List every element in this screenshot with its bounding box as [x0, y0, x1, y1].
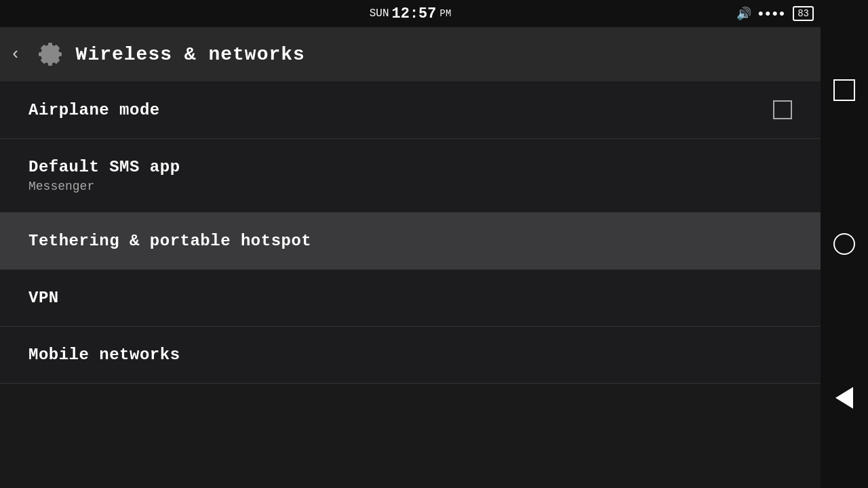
right-nav-bar — [821, 0, 868, 488]
default-sms-subtitle: Messenger — [28, 180, 180, 193]
vpn-left: VPN — [28, 289, 59, 307]
back-nav-button[interactable] — [829, 383, 859, 413]
back-button[interactable]: ‹ — [10, 44, 21, 64]
volume-icon: 🔊 — [736, 6, 751, 21]
tethering-hotspot-title: Tethering & portable hotspot — [28, 232, 311, 250]
default-sms-title: Default SMS app — [28, 158, 180, 176]
header-bar: ‹ Wireless & networks — [0, 27, 821, 81]
status-day: SUN — [370, 7, 389, 20]
gear-svg — [35, 39, 66, 70]
battery-icon: 83 — [793, 6, 814, 21]
recent-apps-button[interactable] — [829, 75, 859, 105]
airplane-mode-left: Airplane mode — [28, 101, 160, 119]
back-icon — [835, 387, 853, 409]
airplane-mode-title: Airplane mode — [28, 101, 160, 119]
status-bar: SUN 12:57 PM 🔊 ●●●● 83 — [0, 0, 821, 27]
signal-icon: ●●●● — [758, 8, 787, 19]
mobile-networks-left: Mobile networks — [28, 346, 180, 364]
default-sms-item[interactable]: Default SMS app Messenger — [0, 139, 821, 213]
airplane-mode-checkbox[interactable] — [773, 100, 792, 119]
mobile-networks-title: Mobile networks — [28, 346, 180, 364]
default-sms-left: Default SMS app Messenger — [28, 158, 180, 193]
status-ampm: PM — [440, 8, 452, 19]
status-time: 12:57 — [391, 5, 436, 22]
page-title: Wireless & networks — [76, 44, 305, 65]
tethering-hotspot-item[interactable]: Tethering & portable hotspot — [0, 213, 821, 270]
vpn-item[interactable]: VPN — [0, 270, 821, 327]
gear-icon — [35, 39, 66, 70]
main-content: Airplane mode Default SMS app Messenger … — [0, 81, 821, 384]
airplane-mode-item[interactable]: Airplane mode — [0, 81, 821, 139]
tethering-hotspot-left: Tethering & portable hotspot — [28, 232, 311, 250]
home-button[interactable] — [829, 229, 859, 259]
home-icon — [833, 233, 855, 255]
status-right-icons: 🔊 ●●●● 83 — [736, 6, 814, 21]
mobile-networks-item[interactable]: Mobile networks — [0, 327, 821, 384]
recent-apps-icon — [833, 79, 855, 101]
vpn-title: VPN — [28, 289, 59, 307]
